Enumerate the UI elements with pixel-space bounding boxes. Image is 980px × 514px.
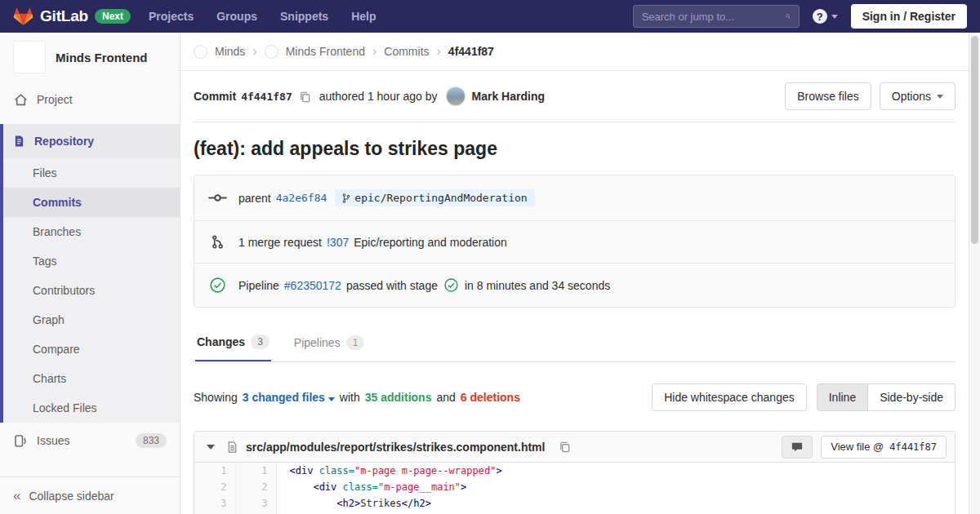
changed-files-label: 3 changed files	[243, 391, 325, 404]
copy-file-path-button[interactable]	[559, 441, 571, 453]
breadcrumb-separator: ›	[437, 45, 441, 58]
additions-count: 35 additions	[365, 391, 432, 404]
scrollbar-thumb[interactable]	[971, 36, 978, 244]
sidebar-item-tags[interactable]: Tags	[3, 246, 180, 276]
commit-title: (feat): add appeals to strikes page	[194, 137, 956, 160]
sidebar-item-locked-files[interactable]: Locked Files	[3, 393, 180, 423]
diff-code-line: <div class="m-page m-page--wrapped">	[276, 463, 955, 479]
chevron-down-icon	[328, 397, 335, 401]
diff-file-card: src/app/modules/report/strikes/strikes.c…	[194, 431, 956, 514]
commit-info-box: parent 4a2e6f84 epic/ReportingAndModerat…	[194, 175, 956, 308]
with-text: with	[340, 391, 360, 404]
author-avatar[interactable]	[446, 86, 466, 106]
help-menu[interactable]: ?	[813, 9, 838, 24]
diff-old-line-number[interactable]: 2	[194, 479, 235, 495]
collapse-sidebar-button[interactable]: « Collapse sidebar	[0, 476, 180, 514]
changed-files-dropdown[interactable]: 3 changed files	[243, 391, 335, 404]
diff-old-line-number[interactable]: 1	[194, 463, 235, 479]
breadcrumb-current-sha: 4f441f87	[448, 45, 494, 58]
branch-name: epic/ReportingAndModeration	[354, 192, 527, 204]
copy-icon	[559, 441, 571, 453]
copy-sha-button[interactable]	[299, 91, 311, 103]
sidebar-item-project[interactable]: Project	[0, 82, 180, 117]
gitlab-logotype: GitLab	[40, 7, 88, 25]
pipeline-label: Pipeline	[238, 279, 279, 292]
diff-new-line-number[interactable]: 3	[235, 495, 276, 512]
breadcrumb-separator: ›	[372, 45, 376, 58]
branch-badge[interactable]: epic/ReportingAndModeration	[335, 189, 534, 206]
branch-icon	[342, 193, 350, 203]
comment-bubble-icon	[791, 441, 803, 453]
toggle-comments-button[interactable]	[782, 436, 813, 459]
diff-old-line-number[interactable]: 3	[194, 495, 235, 512]
view-file-button[interactable]: View file @ 4f441f87	[821, 436, 947, 459]
diff-view-toggle: Inline Side-by-side	[817, 383, 956, 411]
options-label: Options	[892, 90, 931, 103]
nav-link-help[interactable]: Help	[351, 10, 376, 23]
page-scrollbar[interactable]	[969, 33, 980, 514]
sidebar-item-commits[interactable]: Commits	[3, 188, 180, 217]
merge-request-link[interactable]: !307	[327, 236, 349, 249]
breadcrumb-link-commits[interactable]: Commits	[384, 45, 429, 58]
hide-whitespace-button[interactable]: Hide whitespace changes	[652, 383, 807, 411]
sidebar-item-contributors[interactable]: Contributors	[3, 276, 180, 305]
sidebar-item-branches[interactable]: Branches	[3, 217, 180, 246]
project-avatar	[13, 41, 46, 73]
pipeline-duration: in 8 minutes and 34 seconds	[465, 279, 610, 292]
nav-link-snippets[interactable]: Snippets	[280, 10, 328, 23]
parent-sha-link[interactable]: 4a2e6f84	[276, 192, 327, 204]
nav-link-projects[interactable]: Projects	[149, 10, 194, 23]
sidebar-item-issues[interactable]: Issues 833	[0, 423, 180, 459]
sidebar-item-files[interactable]: Files	[3, 158, 180, 188]
side-by-side-view-button[interactable]: Side-by-side	[868, 383, 956, 411]
sidebar-item-graph[interactable]: Graph	[3, 305, 180, 335]
stage-passed-icon[interactable]	[444, 278, 458, 292]
chevron-down-icon	[937, 95, 943, 99]
diff-code-line: <div class="m-page__main">	[276, 479, 955, 495]
breadcrumb: Minds › Minds Frontend › Commits › 4f441…	[180, 33, 969, 71]
gitlab-tanuki-icon	[13, 7, 33, 26]
gitlab-logo[interactable]: GitLab Next	[13, 7, 131, 26]
options-dropdown-button[interactable]: Options	[880, 82, 956, 110]
tab-changes[interactable]: Changes 3	[195, 326, 271, 361]
deletions-count: 6 deletions	[461, 391, 520, 404]
collapse-file-icon[interactable]	[207, 445, 215, 450]
project-crumb-avatar	[265, 45, 278, 59]
nav-link-groups[interactable]: Groups	[216, 10, 257, 23]
author-name[interactable]: Mark Harding	[472, 90, 545, 103]
sidebar-item-label: Project	[37, 93, 73, 106]
sidebar-section-repository: Repository Files Commits Branches Tags C…	[0, 124, 180, 423]
diff-new-line-number[interactable]: 1	[235, 463, 276, 479]
tab-pipelines[interactable]: Pipelines 1	[292, 326, 367, 361]
navbar-links: Projects Groups Snippets Help	[149, 10, 376, 23]
global-search[interactable]	[633, 5, 800, 28]
chevron-down-icon	[831, 15, 838, 19]
diff-table: 11<div class="m-page m-page--wrapped">22…	[194, 463, 955, 514]
copy-icon	[299, 91, 311, 103]
sidebar-item-compare[interactable]: Compare	[3, 335, 180, 364]
issues-count-badge: 833	[136, 433, 167, 448]
browse-files-button[interactable]: Browse files	[785, 82, 871, 110]
search-input[interactable]	[642, 11, 786, 23]
pipeline-status-text: passed with stage	[346, 279, 438, 292]
showing-text: Showing	[194, 391, 238, 404]
diff-code-line: <h2>Strikes</h2>	[276, 495, 955, 512]
tab-pipelines-label: Pipelines	[294, 336, 341, 349]
pipeline-link[interactable]: #62350172	[284, 279, 341, 292]
project-title: Minds Frontend	[56, 51, 148, 64]
inline-view-button[interactable]: Inline	[817, 383, 868, 411]
sidebar-item-charts[interactable]: Charts	[3, 364, 180, 393]
sidebar-item-label: Issues	[37, 434, 69, 447]
view-file-label: View file @	[831, 441, 884, 453]
sign-in-button[interactable]: Sign in / Register	[851, 4, 967, 29]
project-context[interactable]: Minds Frontend	[0, 33, 180, 82]
file-icon	[226, 441, 238, 454]
diff-new-line-number[interactable]: 2	[235, 479, 276, 495]
diff-file-path[interactable]: src/app/modules/report/strikes/strikes.c…	[246, 441, 545, 454]
breadcrumb-link-minds[interactable]: Minds	[215, 45, 245, 58]
sidebar-item-repository[interactable]: Repository	[3, 124, 180, 158]
sidebar-section-label: Repository	[34, 135, 94, 148]
pipeline-row: Pipeline #62350172 passed with stage in …	[194, 263, 955, 307]
breadcrumb-link-minds-frontend[interactable]: Minds Frontend	[286, 45, 365, 58]
home-icon	[13, 92, 28, 107]
